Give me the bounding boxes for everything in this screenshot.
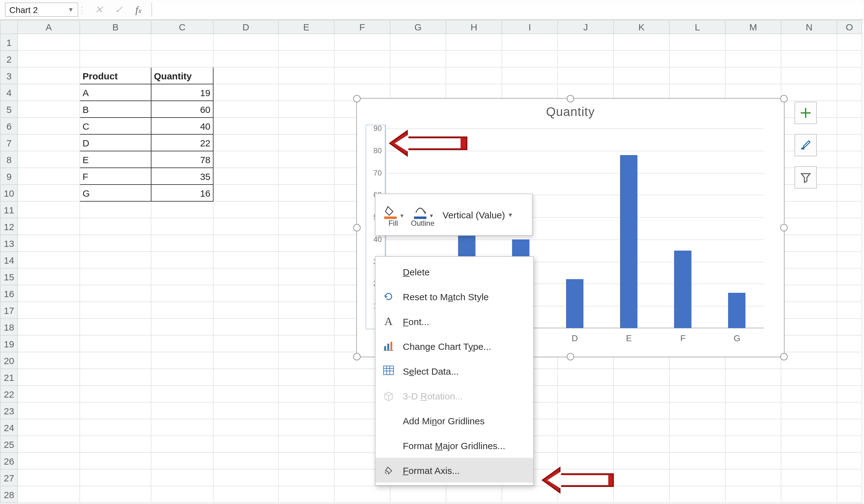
cell[interactable] [725,469,781,486]
cell[interactable]: 22 [151,134,213,151]
cell[interactable] [837,319,862,335]
menu-format-major-gridlines[interactable]: Format Major Gridlines... [375,433,533,458]
cell[interactable] [151,469,213,486]
row-header[interactable]: 9 [0,168,18,185]
resize-handle[interactable] [353,353,361,360]
cell[interactable] [278,201,334,218]
col-header[interactable]: G [390,20,446,34]
cell[interactable] [213,335,278,352]
cell[interactable] [837,185,862,201]
cell[interactable] [781,218,837,235]
cell[interactable] [18,218,80,235]
menu-format-axis[interactable]: Format Axis... [375,458,533,483]
cell[interactable] [837,235,862,251]
cell[interactable] [837,134,862,151]
col-header[interactable]: L [669,20,725,34]
cell[interactable] [781,352,837,369]
cell[interactable] [558,51,614,67]
cell[interactable] [278,67,334,84]
cell[interactable] [80,453,151,469]
cell[interactable] [151,352,213,369]
cell[interactable] [151,34,213,51]
cell[interactable] [18,453,80,469]
bar[interactable] [620,155,637,328]
cell[interactable] [151,51,213,67]
cell[interactable] [725,34,781,51]
cell[interactable] [278,268,334,285]
cell[interactable] [502,34,558,51]
cell[interactable]: B [80,101,151,118]
cell[interactable] [151,268,213,285]
cell[interactable] [213,285,278,302]
select-all-corner[interactable] [0,20,18,34]
cell[interactable] [614,436,669,453]
cell[interactable] [213,218,278,235]
chart-filters-button[interactable] [794,166,817,188]
cell[interactable] [502,51,558,67]
cell[interactable] [278,402,334,419]
chart-title[interactable]: Quantity [357,105,784,119]
cell[interactable] [669,469,725,486]
cell[interactable] [80,251,151,268]
cell[interactable] [781,402,837,419]
resize-handle[interactable] [567,353,574,360]
cell[interactable] [334,67,390,84]
cell[interactable] [151,302,213,319]
bar[interactable] [566,280,584,328]
cell[interactable]: A [80,84,151,101]
row-header[interactable]: 28 [0,486,18,503]
cell[interactable] [614,469,669,486]
outline-button[interactable]: ▾ Outline [411,201,434,228]
row-header[interactable]: 1 [0,34,18,51]
cell[interactable]: 78 [151,151,213,168]
menu-change-chart-type[interactable]: Change Chart Type... [375,334,533,358]
row-header[interactable]: 25 [0,436,18,453]
cell[interactable] [558,67,614,84]
bar[interactable] [674,250,692,328]
col-header[interactable]: O [837,20,862,34]
cell[interactable] [278,218,334,235]
cell[interactable] [18,51,80,67]
cell[interactable] [781,302,837,319]
cell[interactable] [18,34,80,51]
cell[interactable] [837,268,862,285]
mini-toolbar[interactable]: ▾ Fill ▾ Outline Vertical (Value) ▾ [375,194,532,236]
cell[interactable] [80,352,151,369]
cell[interactable] [80,335,151,352]
cell[interactable] [278,285,334,302]
row-header[interactable]: 2 [0,51,18,67]
cell[interactable] [278,118,334,134]
cell[interactable] [213,235,278,251]
cell[interactable] [725,419,781,436]
cell[interactable] [837,335,862,352]
cell[interactable] [558,385,614,402]
menu-add-minor-gridlines[interactable]: Add Minor Gridlines [375,408,533,433]
menu-font[interactable]: A Font... [375,309,533,334]
cell[interactable]: E [80,151,151,168]
cell[interactable] [278,168,334,185]
cell[interactable] [837,302,862,319]
row-header[interactable]: 5 [0,101,18,118]
resize-handle[interactable] [780,224,788,231]
cell[interactable] [18,185,80,201]
cell[interactable] [614,486,669,503]
row-header[interactable]: 20 [0,352,18,369]
menu-delete[interactable]: Delete [375,259,533,284]
cell[interactable] [614,369,669,385]
cell[interactable] [781,201,837,218]
cell[interactable] [837,285,862,302]
cell[interactable] [278,436,334,453]
menu-reset-match-style[interactable]: Reset to Match Style [375,284,533,309]
cell[interactable] [781,67,837,84]
row-header[interactable]: 14 [0,251,18,268]
cell[interactable] [18,118,80,134]
cell[interactable] [213,84,278,101]
cell[interactable] [837,34,862,51]
cell[interactable] [213,251,278,268]
cell[interactable] [614,385,669,402]
col-header[interactable]: E [278,20,334,34]
cell[interactable] [669,419,725,436]
cell[interactable] [837,402,862,419]
cell[interactable] [213,469,278,486]
cell[interactable] [781,51,837,67]
